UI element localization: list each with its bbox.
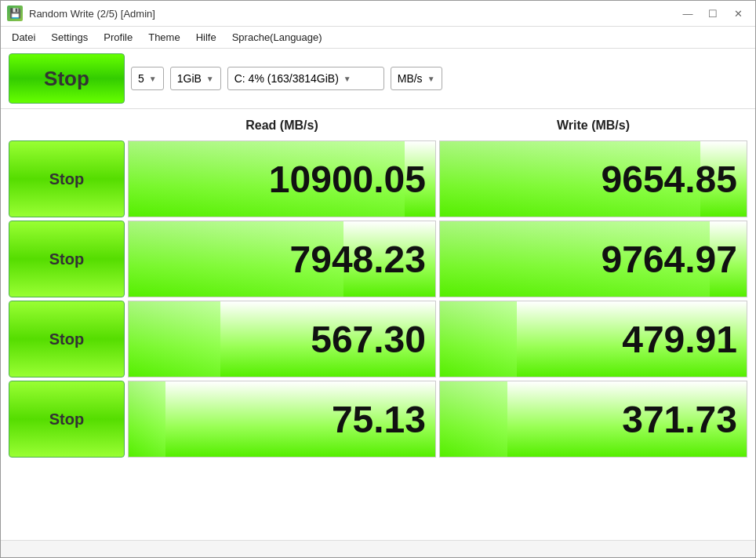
data-row-4: Stop 75.13 371.73 (9, 381, 747, 458)
menu-hilfe[interactable]: Hilfe (188, 28, 224, 46)
drive-dropdown[interactable]: C: 4% (163/3814GiB) ▼ (227, 67, 384, 90)
close-button[interactable]: ✕ (727, 5, 749, 21)
col-header-empty (9, 115, 125, 136)
stop-button-row-4[interactable]: Stop (9, 381, 125, 458)
data-row-2: Stop 7948.23 9764.97 (9, 221, 747, 297)
column-headers: Read (MB/s) Write (MB/s) (9, 115, 747, 136)
app-icon: 💾 (7, 5, 23, 21)
size-dropdown-arrow: ▼ (206, 75, 214, 83)
count-dropdown-arrow: ▼ (149, 75, 157, 83)
read-cell-row-1: 10900.05 (128, 140, 436, 217)
minimize-button[interactable]: — (677, 5, 699, 21)
unit-dropdown-arrow: ▼ (427, 75, 435, 83)
main-content: Read (MB/s) Write (MB/s) Stop 10900.05 9… (1, 109, 755, 540)
menu-profile[interactable]: Profile (96, 28, 140, 46)
drive-dropdown-arrow: ▼ (343, 75, 351, 83)
stop-button-row-2[interactable]: Stop (9, 221, 125, 297)
write-cell-row-1: 9654.85 (439, 140, 747, 217)
size-dropdown[interactable]: 1GiB ▼ (170, 67, 221, 90)
col-header-write: Write (MB/s) (439, 115, 747, 136)
status-bar (1, 540, 755, 557)
menu-bar: Datei Settings Profile Theme Hilfe Sprac… (1, 27, 755, 49)
title-bar: 💾 Random Write (2/5) [Admin] — ☐ ✕ (1, 1, 755, 27)
maximize-button[interactable]: ☐ (702, 5, 724, 21)
menu-datei[interactable]: Datei (4, 28, 43, 46)
stop-button-row-1[interactable]: Stop (9, 140, 125, 217)
menu-theme[interactable]: Theme (140, 28, 187, 46)
write-cell-row-3: 479.91 (439, 301, 747, 377)
toolbar: Stop 5 ▼ 1GiB ▼ C: 4% (163/3814GiB) ▼ MB… (1, 49, 755, 109)
write-cell-row-2: 9764.97 (439, 221, 747, 297)
read-cell-row-3: 567.30 (128, 301, 436, 377)
stop-button-row-3[interactable]: Stop (9, 301, 125, 377)
main-stop-button[interactable]: Stop (9, 53, 125, 104)
data-row-3: Stop 567.30 479.91 (9, 301, 747, 377)
menu-settings[interactable]: Settings (43, 28, 96, 46)
window-title: Random Write (2/5) [Admin] (29, 8, 677, 20)
read-cell-row-4: 75.13 (128, 381, 436, 458)
data-row-1: Stop 10900.05 9654.85 (9, 140, 747, 217)
window-controls: — ☐ ✕ (677, 5, 749, 21)
count-dropdown[interactable]: 5 ▼ (131, 67, 164, 90)
col-header-read: Read (MB/s) (128, 115, 436, 136)
main-window: 💾 Random Write (2/5) [Admin] — ☐ ✕ Datei… (0, 0, 756, 558)
read-cell-row-2: 7948.23 (128, 221, 436, 297)
menu-language[interactable]: Sprache(Language) (224, 28, 330, 46)
unit-dropdown[interactable]: MB/s ▼ (391, 67, 442, 90)
write-cell-row-4: 371.73 (439, 381, 747, 458)
